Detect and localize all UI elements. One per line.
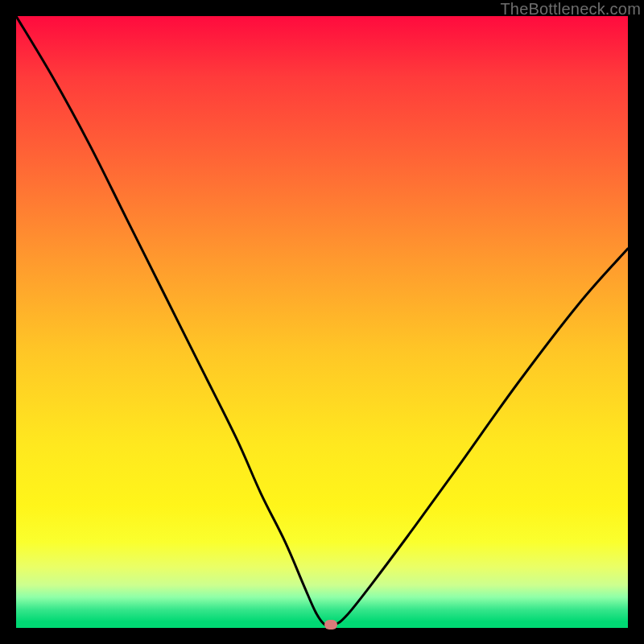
chart-frame: TheBottleneck.com xyxy=(0,0,644,644)
bottleneck-curve xyxy=(16,16,628,628)
plot-area xyxy=(16,16,628,628)
optimal-point-marker xyxy=(324,620,337,630)
